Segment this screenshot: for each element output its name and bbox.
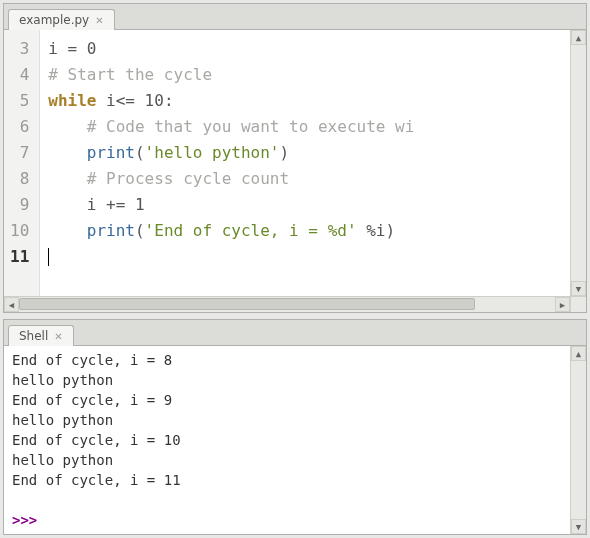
editor-tabbar: example.py ✕ <box>4 4 586 30</box>
shell-line: hello python <box>12 450 562 470</box>
shell-line: hello python <box>12 370 562 390</box>
shell-line <box>12 490 562 510</box>
line-number: 4 <box>10 62 29 88</box>
scroll-up-icon[interactable]: ▲ <box>571 346 586 361</box>
tab-label: example.py <box>19 13 89 27</box>
code-line[interactable]: print('hello python') <box>48 140 570 166</box>
code-area[interactable]: i = 0# Start the cyclewhile i<= 10: # Co… <box>40 30 570 296</box>
code-line[interactable]: i += 1 <box>48 192 570 218</box>
line-number: 7 <box>10 140 29 166</box>
shell-line: End of cycle, i = 9 <box>12 390 562 410</box>
scroll-down-icon[interactable]: ▼ <box>571 519 586 534</box>
tab-example-py[interactable]: example.py ✕ <box>8 9 115 30</box>
code-editor[interactable]: 34567891011 i = 0# Start the cyclewhile … <box>4 30 570 296</box>
code-line[interactable]: i = 0 <box>48 36 570 62</box>
code-line[interactable]: while i<= 10: <box>48 88 570 114</box>
line-number: 9 <box>10 192 29 218</box>
scroll-corner <box>570 296 586 312</box>
horizontal-scrollbar[interactable]: ◀ ▶ <box>4 296 570 312</box>
shell-line: End of cycle, i = 11 <box>12 470 562 490</box>
vertical-scrollbar[interactable]: ▲ ▼ <box>570 346 586 534</box>
line-number: 3 <box>10 36 29 62</box>
shell-line: End of cycle, i = 8 <box>12 350 562 370</box>
scroll-left-icon[interactable]: ◀ <box>4 297 19 312</box>
vertical-scrollbar[interactable]: ▲ ▼ <box>570 30 586 296</box>
code-line[interactable]: # Start the cycle <box>48 62 570 88</box>
line-number: 11 <box>10 244 29 270</box>
line-number: 6 <box>10 114 29 140</box>
editor-content: 34567891011 i = 0# Start the cyclewhile … <box>4 30 586 312</box>
scroll-up-icon[interactable]: ▲ <box>571 30 586 45</box>
tab-label: Shell <box>19 329 48 343</box>
code-line[interactable]: # Code that you want to execute wi <box>48 114 570 140</box>
line-gutter: 34567891011 <box>4 30 40 296</box>
editor-pane: example.py ✕ 34567891011 i = 0# Start th… <box>3 3 587 313</box>
tab-shell[interactable]: Shell ✕ <box>8 325 74 346</box>
scrollbar-track[interactable] <box>19 297 555 312</box>
code-line[interactable] <box>48 244 570 270</box>
shell-pane: Shell ✕ End of cycle, i = 8hello pythonE… <box>3 319 587 535</box>
close-icon[interactable]: ✕ <box>95 15 103 26</box>
shell-line: End of cycle, i = 10 <box>12 430 562 450</box>
shell-line: hello python <box>12 410 562 430</box>
scroll-down-icon[interactable]: ▼ <box>571 281 586 296</box>
close-icon[interactable]: ✕ <box>54 331 62 342</box>
shell-output[interactable]: End of cycle, i = 8hello pythonEnd of cy… <box>4 346 570 534</box>
code-line[interactable]: # Process cycle count <box>48 166 570 192</box>
shell-content: End of cycle, i = 8hello pythonEnd of cy… <box>4 346 586 534</box>
shell-tabbar: Shell ✕ <box>4 320 586 346</box>
code-line[interactable]: print('End of cycle, i = %d' %i) <box>48 218 570 244</box>
scroll-right-icon[interactable]: ▶ <box>555 297 570 312</box>
shell-prompt[interactable]: >>> <box>12 510 562 530</box>
line-number: 10 <box>10 218 29 244</box>
scrollbar-thumb[interactable] <box>19 298 475 310</box>
line-number: 8 <box>10 166 29 192</box>
line-number: 5 <box>10 88 29 114</box>
